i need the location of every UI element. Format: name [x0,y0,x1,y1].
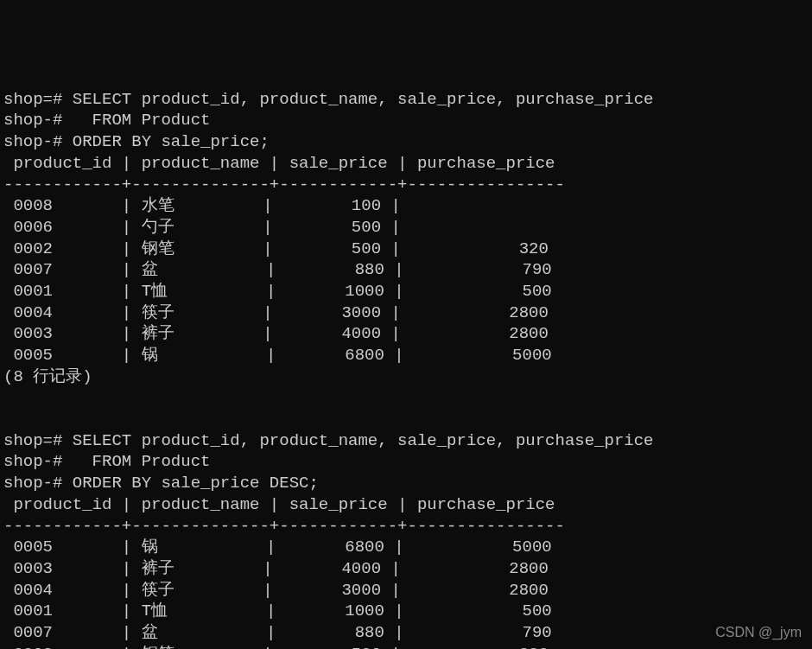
watermark: CSDN @_jym [715,624,802,642]
query1-line3: shop-# ORDER BY sale_price; [3,132,270,151]
query2-divider: ------------+--------------+------------… [3,517,565,536]
query2-line1: shop=# SELECT product_id, product_name, … [3,431,654,450]
query2-rows: 0005 | 锅 | 6800 | 5000 0003 | 裤子 | 4000 … [3,538,552,649]
query2-line3: shop-# ORDER BY sale_price DESC; [3,474,319,493]
query2-header: product_id | product_name | sale_price |… [3,495,555,514]
query1-footer: (8 行记录) [3,367,92,386]
query1-divider: ------------+--------------+------------… [3,175,565,194]
query2-line2: shop-# FROM Product [3,452,210,471]
query1-rows: 0008 | 水笔 | 100 | 0006 | 勺子 | 500 | 0002… [3,196,552,365]
terminal-output[interactable]: shop=# SELECT product_id, product_name, … [3,89,809,649]
query1-line1: shop=# SELECT product_id, product_name, … [3,90,654,109]
query1-header: product_id | product_name | sale_price |… [3,154,555,173]
query1-line2: shop-# FROM Product [3,111,210,130]
